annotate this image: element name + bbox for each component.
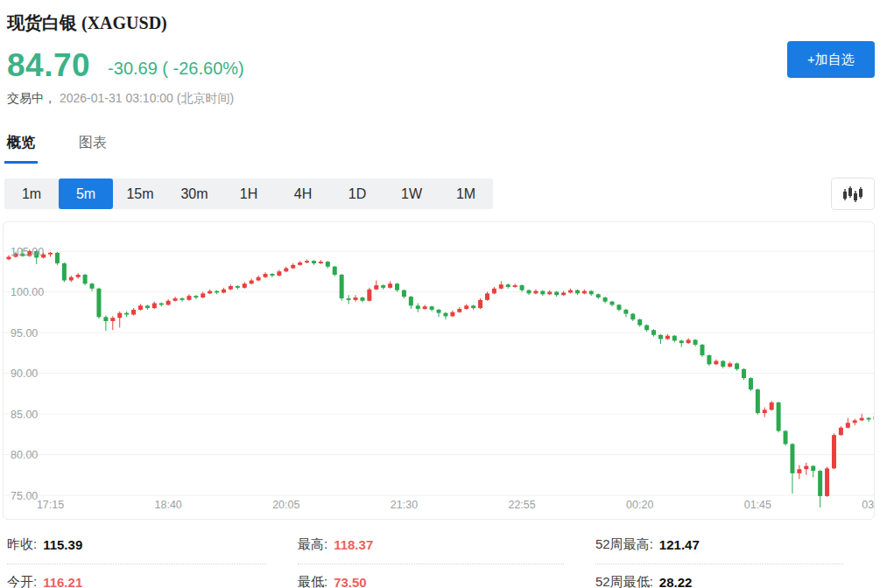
- candle-body: [354, 298, 358, 300]
- candle-body: [832, 435, 836, 468]
- candle-body: [131, 310, 136, 315]
- candle-body: [145, 305, 150, 308]
- candle-body: [637, 319, 642, 326]
- candle-body: [360, 298, 364, 301]
- candle-body: [770, 402, 774, 410]
- candle-body: [340, 275, 344, 298]
- stat-value: 73.50: [334, 575, 367, 588]
- candle-body: [284, 269, 288, 272]
- timeframe-1m[interactable]: 1m: [4, 178, 59, 209]
- candle-body: [596, 294, 601, 298]
- candle-body: [568, 290, 573, 293]
- candle-body: [860, 418, 864, 421]
- timeframe-1d[interactable]: 1D: [330, 178, 384, 209]
- candle-body: [298, 262, 302, 265]
- y-axis-label: 80.00: [11, 449, 38, 461]
- stat-value: 116.21: [43, 575, 82, 588]
- candle-body: [874, 416, 875, 420]
- stat-item: 最高:118.37: [298, 527, 564, 564]
- candle-body: [777, 402, 781, 431]
- stat-value: 118.37: [334, 537, 373, 552]
- timeframe-5m[interactable]: 5m: [59, 178, 113, 209]
- candle-body: [96, 289, 101, 318]
- stat-label: 最低:: [298, 574, 327, 588]
- candle-body: [818, 471, 822, 496]
- candle-body: [208, 291, 212, 294]
- candle-body: [103, 317, 108, 321]
- candle-body: [457, 309, 461, 312]
- candle-body: [117, 313, 122, 318]
- candle-body: [333, 267, 337, 275]
- timeframe-1h[interactable]: 1H: [222, 178, 276, 209]
- candle-body: [485, 293, 489, 299]
- candle-body: [658, 335, 663, 340]
- price-chart-panel: 105.00100.0095.0090.0085.0080.0075.0017:…: [3, 221, 875, 520]
- candlestick-chart[interactable]: 105.00100.0095.0090.0085.0080.0075.0017:…: [4, 222, 874, 519]
- add-watchlist-button[interactable]: +加自选: [787, 41, 875, 78]
- timeframe-15m[interactable]: 15m: [113, 178, 167, 209]
- candle-body: [686, 340, 691, 343]
- stat-item: 最低:73.50: [298, 564, 564, 588]
- candle-body: [825, 468, 829, 496]
- stat-value: 28.22: [659, 575, 693, 588]
- x-axis-label: 21:30: [391, 499, 418, 511]
- y-axis-label: 105.00: [11, 246, 44, 258]
- candle-body: [180, 298, 185, 300]
- candle-body: [471, 305, 475, 308]
- stat-label: 52周最高:: [595, 536, 653, 553]
- candle-body: [616, 304, 621, 310]
- quote-timestamp: 2026-01-31 03:10:00 (北京时间): [60, 91, 234, 105]
- candle-body: [229, 286, 233, 290]
- candle-body: [763, 410, 767, 413]
- quote-stats: 昨收:115.39最高:118.3752周最高:121.47今开:116.21最…: [7, 527, 875, 588]
- y-axis-label: 85.00: [11, 409, 38, 421]
- candle-body: [69, 277, 74, 281]
- chart-type-button[interactable]: [831, 178, 875, 210]
- stat-label: 今开:: [7, 574, 37, 588]
- quote-header: 现货白银 (XAGUSD) 84.70 -30.69 ( -26.60%) 交易…: [0, 0, 887, 107]
- stat-value: 121.47: [659, 537, 700, 552]
- candle-body: [264, 274, 268, 277]
- x-axis-label: 03:10: [862, 499, 874, 511]
- x-axis-label: 00:20: [626, 499, 653, 511]
- candle-body: [700, 345, 705, 355]
- price-change: -30.69 ( -26.60%): [108, 59, 244, 81]
- candle-body: [201, 293, 205, 298]
- candle-body: [520, 285, 524, 290]
- candle-body: [76, 275, 81, 277]
- candle-body: [430, 306, 434, 310]
- candle-body: [533, 291, 538, 294]
- candle-body: [665, 336, 670, 340]
- stat-item: 52周最高:121.47: [595, 527, 843, 564]
- candle-body: [651, 330, 656, 335]
- tab-overview[interactable]: 概览: [7, 134, 35, 164]
- candle-body: [582, 291, 587, 294]
- candle-body: [589, 291, 594, 295]
- candle-body: [347, 298, 351, 300]
- y-axis-label: 75.00: [11, 490, 38, 502]
- candle-body: [867, 418, 871, 420]
- candle-body: [243, 284, 247, 288]
- candle-body: [672, 336, 677, 341]
- candle-body: [693, 340, 698, 345]
- candle-body: [312, 261, 316, 263]
- view-tabs: 概览图表: [7, 134, 887, 164]
- candle-body: [83, 275, 88, 284]
- x-axis-label: 18:40: [155, 499, 182, 511]
- timeframe-1w[interactable]: 1W: [384, 178, 439, 209]
- candle-body: [506, 284, 510, 287]
- candle-body: [277, 271, 281, 276]
- timeframe-4h[interactable]: 4H: [276, 178, 330, 209]
- quote-page: { "colors": { "price_green": "#3bb287", …: [0, 0, 887, 588]
- candle-body: [721, 361, 725, 368]
- candle-body: [492, 289, 496, 294]
- candle-body: [416, 305, 420, 309]
- stat-item: 52周最低:28.22: [595, 564, 843, 588]
- candle-body: [797, 469, 801, 473]
- candle-body: [395, 284, 399, 290]
- candle-body: [326, 262, 330, 267]
- timeframe-1m[interactable]: 1M: [439, 178, 493, 209]
- candle-body: [707, 355, 711, 364]
- tab-chart[interactable]: 图表: [79, 134, 107, 164]
- timeframe-30m[interactable]: 30m: [167, 178, 222, 209]
